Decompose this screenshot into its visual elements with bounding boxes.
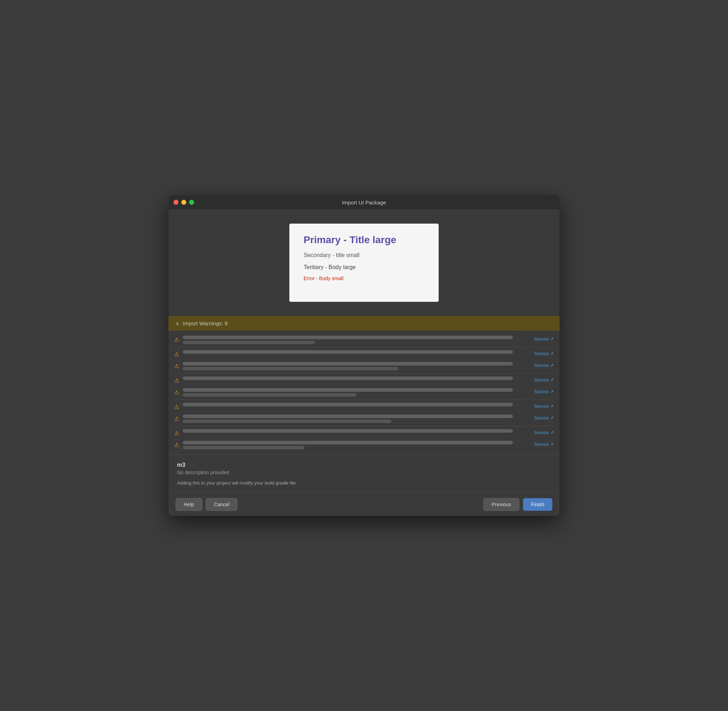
list-item: ⚠ Source ↗ bbox=[174, 348, 554, 360]
warning-icon: ⚠ bbox=[174, 389, 179, 396]
list-item: ⚠ Source ↗ bbox=[174, 427, 554, 439]
warnings-title: Import Warnings: 9 bbox=[183, 320, 227, 326]
bottom-right-actions: Previous Finish bbox=[483, 498, 553, 511]
source-link[interactable]: Source ↗ bbox=[534, 376, 554, 382]
preview-area: Primary - Title large Secondary - title … bbox=[168, 209, 560, 316]
warning-icon: ⚠ bbox=[174, 351, 179, 358]
list-item: ⚠ Source ↗ bbox=[174, 439, 554, 451]
preview-secondary-title: Secondary - title small bbox=[304, 252, 424, 258]
warning-icon: ⚠ bbox=[174, 430, 179, 437]
warning-bar-main bbox=[183, 415, 513, 418]
warning-bar-sub bbox=[183, 341, 315, 344]
titlebar: Import UI Package bbox=[168, 195, 560, 209]
source-link[interactable]: Source ↗ bbox=[534, 441, 554, 447]
previous-button[interactable]: Previous bbox=[483, 498, 519, 511]
help-button[interactable]: Help bbox=[175, 498, 202, 511]
divider bbox=[174, 426, 554, 426]
warning-content bbox=[183, 376, 531, 380]
warning-content bbox=[183, 429, 531, 433]
preview-primary-title: Primary - Title large bbox=[304, 234, 424, 246]
warning-bar-main bbox=[183, 429, 513, 433]
warning-bar-main bbox=[183, 336, 513, 339]
warning-bar-main bbox=[183, 388, 513, 392]
cancel-button[interactable]: Cancel bbox=[206, 498, 238, 511]
list-item: ⚠ Source ↗ bbox=[174, 386, 554, 399]
preview-body-large: Teritiary - Body large bbox=[304, 264, 424, 270]
list-item: ⚠ Source ↗ bbox=[174, 412, 554, 425]
warning-icon: ⚠ bbox=[174, 336, 179, 343]
source-link[interactable]: Source ↗ bbox=[534, 388, 554, 394]
warning-bar-main bbox=[183, 350, 513, 354]
package-description: No description provided bbox=[177, 470, 551, 475]
warning-content bbox=[183, 336, 531, 344]
bottom-bar: Help Cancel Previous Finish bbox=[168, 493, 560, 516]
info-note: Adding this to your project will modify … bbox=[177, 480, 551, 485]
preview-card: Primary - Title large Secondary - title … bbox=[289, 224, 439, 302]
warning-icon: ⚠ bbox=[174, 441, 179, 448]
warning-icon: ⚠ bbox=[174, 404, 179, 410]
warnings-list: ⚠ Source ↗ ⚠ Source ↗ ⚠ Source ↗ bbox=[168, 330, 560, 454]
close-button[interactable] bbox=[174, 200, 178, 205]
warning-bar-main bbox=[183, 376, 513, 380]
info-section: m3 No description provided Adding this t… bbox=[168, 454, 560, 493]
warning-bar-main bbox=[183, 403, 513, 406]
window-controls bbox=[174, 200, 194, 205]
warning-content bbox=[183, 350, 531, 354]
preview-error-text: Error - Body small bbox=[304, 276, 424, 281]
list-item: ⚠ Source ↗ bbox=[174, 333, 554, 346]
finish-button[interactable]: Finish bbox=[523, 498, 553, 511]
warning-content bbox=[183, 362, 531, 370]
maximize-button[interactable] bbox=[189, 200, 194, 205]
source-link[interactable]: Source ↗ bbox=[534, 350, 554, 356]
warning-bar-main bbox=[183, 362, 513, 366]
source-link[interactable]: Source ↗ bbox=[534, 336, 554, 342]
divider bbox=[174, 347, 554, 347]
warning-bar-main bbox=[183, 441, 513, 444]
warning-bar-sub bbox=[183, 419, 391, 423]
source-link[interactable]: Source ↗ bbox=[534, 429, 554, 435]
warning-icon: ⚠ bbox=[174, 377, 179, 384]
warning-content bbox=[183, 415, 531, 423]
divider bbox=[174, 400, 554, 400]
window-title: Import UI Package bbox=[342, 199, 386, 205]
warning-bar-sub bbox=[183, 446, 304, 449]
package-name: m3 bbox=[177, 462, 551, 468]
chevron-icon: ∨ bbox=[175, 321, 179, 326]
bottom-left-actions: Help Cancel bbox=[175, 498, 237, 511]
source-link[interactable]: Source ↗ bbox=[534, 362, 554, 368]
warning-bar-sub bbox=[183, 367, 398, 370]
list-item: ⚠ Source ↗ bbox=[174, 374, 554, 386]
warnings-header[interactable]: ∨ Import Warnings: 9 bbox=[168, 316, 560, 330]
source-link[interactable]: Source ↗ bbox=[534, 403, 554, 409]
main-window: Import UI Package Primary - Title large … bbox=[168, 195, 560, 516]
warning-content bbox=[183, 403, 531, 406]
warning-content bbox=[183, 441, 531, 449]
list-item: ⚠ Source ↗ bbox=[174, 360, 554, 373]
list-item: ⚠ Source ↗ bbox=[174, 401, 554, 412]
warning-icon: ⚠ bbox=[174, 363, 179, 369]
minimize-button[interactable] bbox=[181, 200, 186, 205]
divider bbox=[174, 373, 554, 374]
source-link[interactable]: Source ↗ bbox=[534, 415, 554, 420]
warning-bar-sub bbox=[183, 393, 357, 397]
warning-content bbox=[183, 388, 531, 397]
warning-icon: ⚠ bbox=[174, 415, 179, 422]
